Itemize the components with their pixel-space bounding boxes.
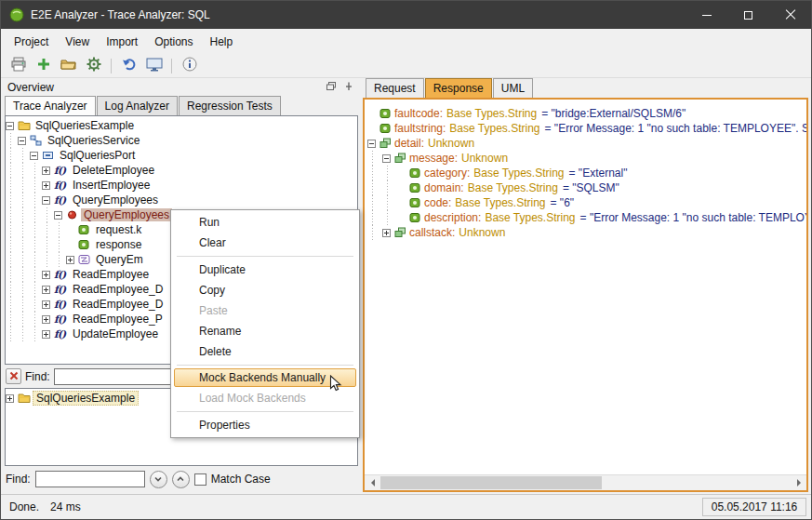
trace-tree-item-sqlqueriesport[interactable]: SqlQueriesPort — [6, 148, 357, 163]
menu-project[interactable]: Project — [6, 32, 57, 52]
tree-item-label: QueryEmployees — [70, 193, 161, 207]
titlebar[interactable]: E2E Analyzer - Trace Analyzer: SQL — [1, 1, 811, 29]
scrollbar-track[interactable] — [380, 475, 791, 490]
context-duplicate[interactable]: Duplicate — [173, 260, 357, 280]
menu-options[interactable]: Options — [146, 32, 201, 52]
activity-icon — [78, 254, 93, 265]
context-delete[interactable]: Delete — [173, 341, 357, 362]
attr-value: = "External" — [569, 167, 628, 180]
tree-item-label: DeleteEmployee — [70, 164, 157, 177]
attr-name: category: — [424, 167, 470, 180]
print-button[interactable] — [7, 56, 30, 76]
collapse-icon[interactable] — [6, 122, 14, 130]
settings-button[interactable] — [82, 56, 105, 76]
scroll-left-button[interactable] — [365, 475, 380, 490]
tab-log-analyzer[interactable]: Log Analyzer — [97, 96, 178, 115]
context-properties[interactable]: Properties — [173, 415, 357, 435]
expand-icon[interactable] — [42, 330, 50, 339]
menu-view[interactable]: View — [57, 32, 98, 52]
tab-request[interactable]: Request — [366, 78, 424, 98]
horizontal-scrollbar[interactable] — [365, 474, 806, 490]
function-icon: f() — [54, 328, 70, 340]
class-icon — [379, 138, 394, 149]
collapse-icon[interactable] — [382, 154, 391, 163]
statusbar: Done. 24 ms 05.05.2017 11:16 — [1, 494, 811, 519]
attr-icon — [379, 108, 394, 119]
tab-response[interactable]: Response — [425, 78, 492, 98]
menu-help[interactable]: Help — [202, 32, 242, 52]
response-item-description[interactable]: description:Base Types.String= "Error Me… — [367, 210, 806, 225]
context-clear[interactable]: Clear — [173, 233, 357, 253]
response-item-code[interactable]: code:Base Types.String= "6" — [367, 195, 806, 210]
collapse-icon[interactable] — [30, 152, 38, 160]
menu-separator — [177, 411, 353, 412]
context-mock-backends-manually[interactable]: Mock Backends Manually — [174, 368, 356, 387]
find-input-bottom[interactable] — [35, 471, 145, 487]
trace-tree-item-insertemployee[interactable]: f()InsertEmployee — [6, 178, 357, 193]
scrollbar-thumb[interactable] — [380, 476, 602, 489]
add-button[interactable] — [32, 56, 55, 76]
collapse-icon[interactable] — [18, 137, 26, 145]
context-run[interactable]: Run — [173, 212, 357, 233]
expand-icon[interactable] — [42, 300, 50, 309]
response-item-faultstring[interactable]: faultstring:Base Types.String= "Error Me… — [367, 121, 806, 136]
find-previous-button[interactable] — [172, 471, 190, 488]
trace-tree-item-deleteemployee[interactable]: f()DeleteEmployee — [6, 163, 357, 178]
trace-tree-item-sqlqueriesservice[interactable]: SqlQueriesService — [6, 133, 357, 148]
attr-icon — [409, 182, 424, 193]
expand-icon[interactable] — [382, 229, 391, 237]
match-case-checkbox[interactable] — [194, 473, 206, 486]
response-item-message[interactable]: message:Unknown — [367, 151, 806, 166]
function-icon: f() — [54, 269, 70, 281]
response-item-category[interactable]: category:Base Types.String= "External" — [367, 166, 806, 180]
attr-name: faultstring: — [394, 122, 446, 135]
context-load-mock-backends: Load Mock Backends — [173, 388, 357, 408]
expand-icon[interactable] — [66, 256, 74, 264]
tree-item-label: ReadEmployee — [70, 268, 152, 281]
minimize-button[interactable] — [686, 1, 727, 29]
toolbar-separator — [111, 59, 112, 73]
response-item-detail[interactable]: detail:Unknown — [367, 136, 806, 151]
tree-item-label: SqlQueriesPort — [57, 149, 138, 162]
trace-tree-item-sqlqueriesexample[interactable]: SqlQueriesExample — [6, 118, 357, 133]
float-panel-button[interactable] — [326, 81, 337, 94]
expand-icon[interactable] — [6, 394, 14, 403]
tab-trace-analyzer[interactable]: Trace Analyzer — [5, 96, 96, 115]
response-item-callstack[interactable]: callstack:Unknown — [367, 225, 806, 240]
collapse-icon[interactable] — [54, 211, 62, 220]
context-copy[interactable]: Copy — [173, 280, 357, 300]
screen-button[interactable] — [142, 56, 166, 76]
status-elapsed: 24 ms — [50, 500, 81, 513]
scroll-right-button[interactable] — [791, 475, 806, 490]
expand-icon[interactable] — [42, 286, 50, 294]
attr-icon — [379, 123, 394, 134]
pin-panel-button[interactable] — [343, 81, 353, 94]
response-item-faultcode[interactable]: faultcode:Base Types.String= "bridge:Ext… — [367, 106, 806, 121]
app-icon — [9, 7, 24, 22]
info-button[interactable] — [178, 56, 201, 76]
context-rename[interactable]: Rename — [173, 321, 357, 341]
context-paste: Paste — [173, 300, 357, 321]
response-item-domain[interactable]: domain:Base Types.String= "SQLSM" — [367, 180, 806, 195]
tab-regression-tests[interactable]: Regression Tests — [179, 96, 281, 115]
clear-find-button[interactable] — [6, 368, 21, 384]
menu-import[interactable]: Import — [98, 32, 146, 52]
collapse-icon[interactable] — [367, 140, 376, 148]
maximize-button[interactable] — [727, 1, 769, 29]
expand-icon[interactable] — [42, 271, 50, 279]
expand-icon[interactable] — [42, 181, 50, 190]
collapse-icon[interactable] — [42, 196, 50, 205]
expand-icon[interactable] — [42, 167, 50, 175]
expand-icon[interactable] — [42, 315, 50, 324]
pin-icon — [343, 81, 353, 94]
main-area: Overview Trace AnalyzerLog AnalyzerRegre… — [1, 78, 811, 494]
trace-tree-item-queryemployees[interactable]: f()QueryEmployees — [6, 193, 357, 207]
open-button[interactable] — [57, 56, 80, 76]
attr-value: = "6" — [551, 196, 575, 209]
tab-uml[interactable]: UML — [493, 78, 533, 98]
attr-name: callstack: — [409, 226, 455, 239]
detail-panel: RequestResponseUML faultcode:Base Types.… — [363, 78, 808, 492]
undo-button[interactable] — [117, 56, 140, 76]
find-next-button[interactable] — [150, 471, 167, 488]
close-button[interactable] — [769, 1, 811, 29]
